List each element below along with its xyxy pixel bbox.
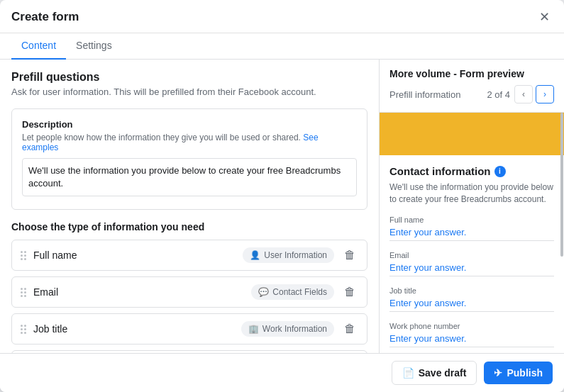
nav-arrows: ‹ › <box>514 85 554 103</box>
next-arrow[interactable]: › <box>536 85 554 103</box>
send-icon: ✈ <box>494 367 502 379</box>
choose-type-label: Choose the type of information you need <box>11 221 367 233</box>
modal: Create form ✕ Content Settings Prefill q… <box>0 0 564 392</box>
field-badge: 🏢 Work Information <box>241 321 334 337</box>
right-panel: More volume - Form preview Prefill infor… <box>380 60 564 353</box>
preview-field-phone: Work phone number Enter your answer. <box>389 322 554 347</box>
yellow-banner <box>380 113 564 155</box>
badge-label: User Information <box>264 250 327 260</box>
contact-title: Contact information i <box>389 165 554 177</box>
field-name: Email <box>33 286 251 298</box>
field-rows: Full name 👤 User Information 🗑 <box>11 240 367 353</box>
prev-arrow[interactable]: ‹ <box>514 85 533 103</box>
field-label: Email <box>389 251 554 259</box>
description-box: Description Let people know how the info… <box>11 108 367 210</box>
drag-handle[interactable] <box>21 288 26 297</box>
delete-button[interactable]: 🗑 <box>341 284 358 300</box>
preview-field-fullname: Full name Enter your answer. <box>389 215 554 241</box>
tab-settings[interactable]: Settings <box>66 33 122 60</box>
drag-handle[interactable] <box>21 325 26 334</box>
drag-handle[interactable] <box>21 251 26 260</box>
save-icon: 📄 <box>402 367 414 379</box>
tab-content[interactable]: Content <box>11 33 66 60</box>
delete-button[interactable]: 🗑 <box>341 247 358 263</box>
table-row: Email 💬 Contact Fields 🗑 <box>11 276 367 308</box>
nav-group: 2 of 4 ‹ › <box>487 85 554 103</box>
field-badge: 💬 Contact Fields <box>251 284 334 300</box>
table-row: Job title 🏢 Work Information 🗑 <box>11 313 367 345</box>
tabs-container: Content Settings <box>0 33 564 60</box>
contact-desc: We'll use the information you provide be… <box>389 181 554 206</box>
close-button[interactable]: ✕ <box>536 13 553 30</box>
preview-header: More volume - Form preview Prefill infor… <box>380 60 564 113</box>
page-indicator: 2 of 4 <box>487 89 510 100</box>
chat-icon: 💬 <box>258 287 269 297</box>
field-name: Job title <box>33 323 241 335</box>
field-label: Full name <box>389 215 554 224</box>
field-input: Enter your answer. <box>389 333 554 347</box>
preview-title: More volume - Form preview <box>389 68 554 79</box>
save-draft-button[interactable]: 📄 Save draft <box>392 361 477 385</box>
preview-field-email: Email Enter your answer. <box>389 251 554 276</box>
description-textarea[interactable] <box>22 158 357 196</box>
scrollbar <box>560 113 564 353</box>
badge-label: Contact Fields <box>272 287 327 297</box>
desc-sublabel-text: Let people know how the information they… <box>22 133 301 142</box>
field-label: Work phone number <box>389 322 554 330</box>
contact-title-text: Contact information <box>389 165 491 177</box>
info-icon: i <box>494 166 506 177</box>
desc-label: Description <box>22 119 357 130</box>
save-draft-label: Save draft <box>419 367 467 379</box>
preview-card: Contact information i We'll use the info… <box>380 155 564 353</box>
modal-footer: 📄 Save draft ✈ Publish <box>0 353 564 392</box>
preview-field-jobtitle: Job title Enter your answer. <box>389 286 554 312</box>
field-input: Enter your answer. <box>389 298 554 312</box>
field-badge: 👤 User Information <box>243 247 334 263</box>
section-title: Prefill questions <box>11 71 367 84</box>
section-subtitle: Ask for user information. This will be p… <box>11 86 367 97</box>
badge-label: Work Information <box>262 324 327 334</box>
preview-content: Contact information i We'll use the info… <box>380 113 564 353</box>
scrollbar-thumb <box>560 113 563 257</box>
modal-header: Create form ✕ <box>0 0 564 33</box>
work-icon: 🏢 <box>248 324 259 334</box>
preview-nav: Prefill information 2 of 4 ‹ › <box>389 85 554 103</box>
publish-label: Publish <box>507 367 543 379</box>
table-row: Full name 👤 User Information 🗑 <box>11 240 367 271</box>
field-input: Enter your answer. <box>389 262 554 276</box>
prefill-label: Prefill information <box>389 89 460 100</box>
user-icon: 👤 <box>250 250 260 260</box>
field-input: Enter your answer. <box>389 227 554 241</box>
field-label: Job title <box>389 286 554 295</box>
desc-sublabel: Let people know how the information they… <box>22 133 357 152</box>
delete-button[interactable]: 🗑 <box>341 321 358 337</box>
left-panel: Prefill questions Ask for user informati… <box>0 60 380 353</box>
field-name: Full name <box>33 250 243 261</box>
modal-title: Create form <box>11 10 79 33</box>
modal-body: Prefill questions Ask for user informati… <box>0 60 564 353</box>
publish-button[interactable]: ✈ Publish <box>484 362 553 384</box>
